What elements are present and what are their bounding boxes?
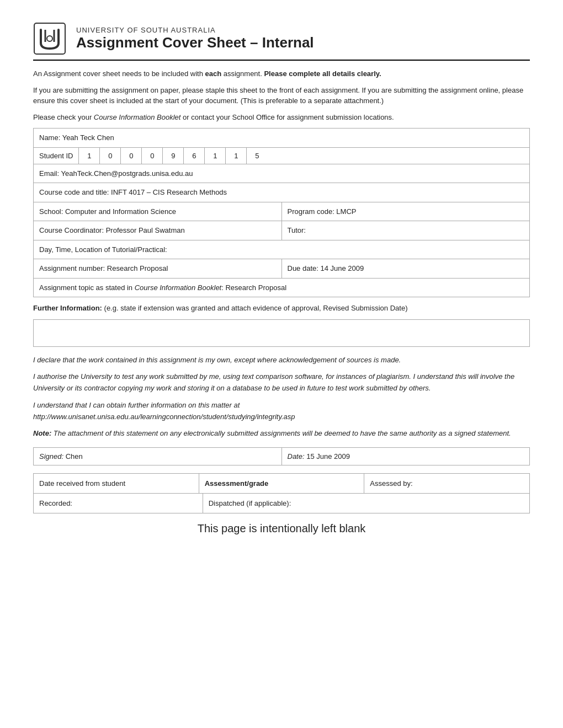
- topic-prefix: Assignment topic as stated in: [39, 283, 135, 292]
- unisa-logo: [33, 22, 66, 55]
- due-cell: Due date: 14 June 2009: [282, 259, 530, 278]
- sid-spacer: [267, 148, 529, 164]
- assessment-table: Date received from student Assessment/gr…: [33, 473, 530, 513]
- tutor-cell: Tutor:: [282, 221, 530, 240]
- school-program-row: School: Computer and Information Science…: [34, 202, 529, 222]
- sid-digit-7: 1: [204, 148, 225, 164]
- sid-digit-4: 0: [141, 148, 162, 164]
- name-row: Name: Yeah Teck Chen: [34, 129, 529, 148]
- topic-italic: Course Information Booklet: [135, 283, 222, 292]
- email-row: Email: YeahTeck.Chen@postgrads.unisa.edu…: [34, 164, 529, 184]
- declaration-line3-text: I understand that I can obtain further i…: [33, 401, 240, 409]
- declaration-line3: I understand that I can obtain further i…: [33, 400, 530, 423]
- date-value: 15 June 2009: [306, 452, 350, 461]
- form-table: Name: Yeah Teck Chen Student ID 1 0 0 0 …: [33, 128, 530, 297]
- date-label: Date:: [288, 452, 305, 461]
- university-name: UNIVERSITY OF SOUTH AUSTRALIA: [76, 26, 314, 34]
- declaration-line2: I authorise the University to test any w…: [33, 371, 530, 394]
- program-cell: Program code: LMCP: [282, 202, 530, 221]
- dispatched-cell: Dispatched (if applicable):: [203, 494, 529, 513]
- further-info-normal: (e.g. state if extension was granted and…: [102, 304, 408, 312]
- date-received-cell: Date received from student: [34, 474, 199, 493]
- svg-point-3: [47, 36, 52, 41]
- signed-value: Chen: [66, 452, 83, 461]
- signed-label: Signed:: [39, 452, 63, 461]
- sid-digit-2: 0: [99, 148, 120, 164]
- assessment-grade-label: Assessment/grade: [205, 479, 269, 488]
- topic-row: Assignment topic as stated in Course Inf…: [34, 279, 529, 297]
- course-row: Course code and title: INFT 4017 – CIS R…: [34, 183, 529, 202]
- page-header: UNIVERSITY OF SOUTH AUSTRALIA Assignment…: [33, 22, 530, 55]
- assignment-cell: Assignment number: Research Proposal: [34, 259, 282, 278]
- day-time-cell: Day, Time, Location of Tutorial/Practica…: [34, 240, 529, 259]
- note-bold-label: Note:: [33, 429, 51, 437]
- day-time-row: Day, Time, Location of Tutorial/Practica…: [34, 240, 529, 260]
- recorded-cell: Recorded:: [34, 494, 203, 513]
- intro-bold: Please complete all details clearly.: [264, 69, 381, 78]
- note-rest: The attachment of this statement on any …: [51, 429, 511, 437]
- email-cell: Email: YeahTeck.Chen@postgrads.unisa.edu…: [34, 164, 529, 183]
- declaration-url: http://www.unisanet.unisa.edu.au/learnin…: [33, 413, 295, 421]
- course-info-booklet-link: Course Information Booklet: [94, 113, 181, 121]
- declaration-line1: I declare that the work contained in thi…: [33, 355, 530, 366]
- intro-para3: Please check your Course Information Boo…: [33, 112, 530, 123]
- course-cell: Course code and title: INFT 4017 – CIS R…: [34, 183, 529, 202]
- coordinator-tutor-row: Course Coordinator: Professor Paul Swatm…: [34, 221, 529, 240]
- signed-cell: Signed: Chen: [34, 448, 282, 465]
- topic-cell: Assignment topic as stated in Course Inf…: [34, 279, 529, 297]
- sid-digit-6: 6: [183, 148, 204, 164]
- further-info-label: Further Information: (e.g. state if exte…: [33, 303, 530, 314]
- sid-digit-9: 5: [246, 148, 267, 164]
- intro-each: each: [205, 69, 221, 78]
- date-cell: Date: 15 June 2009: [282, 448, 530, 465]
- sid-digit-1: 1: [78, 148, 99, 164]
- student-id-row: Student ID 1 0 0 0 9 6 1 1 5: [34, 148, 529, 164]
- assess-row-2: Recorded: Dispatched (if applicable):: [34, 494, 529, 513]
- further-info-box[interactable]: [33, 319, 530, 347]
- further-info-bold: Further Information:: [33, 304, 102, 312]
- header-text: UNIVERSITY OF SOUTH AUSTRALIA Assignment…: [76, 26, 314, 51]
- assignment-due-row: Assignment number: Research Proposal Due…: [34, 259, 529, 279]
- topic-suffix: : Research Proposal: [221, 283, 286, 292]
- sid-digit-5: 9: [162, 148, 183, 164]
- coordinator-cell: Course Coordinator: Professor Paul Swatm…: [34, 221, 282, 240]
- name-cell: Name: Yeah Teck Chen: [34, 129, 529, 147]
- document-title: Assignment Cover Sheet – Internal: [76, 34, 314, 51]
- signed-date-table: Signed: Chen Date: 15 June 2009: [33, 447, 530, 465]
- assessment-grade-cell: Assessment/grade: [199, 474, 364, 493]
- assessed-by-cell: Assessed by:: [364, 474, 529, 493]
- school-cell: School: Computer and Information Science: [34, 202, 282, 221]
- student-id-label: Student ID: [34, 148, 78, 164]
- intro-para1: An Assignment cover sheet needs to be in…: [33, 68, 530, 79]
- declaration-note: Note: The attachment of this statement o…: [33, 428, 530, 440]
- assess-row-1: Date received from student Assessment/gr…: [34, 474, 529, 494]
- header-divider: [33, 60, 530, 61]
- sid-digit-8: 1: [225, 148, 246, 164]
- sid-digit-3: 0: [120, 148, 141, 164]
- intro-para2: If you are submitting the assignment on …: [33, 85, 530, 106]
- intentionally-blank-text: This page is intentionally left blank: [33, 522, 530, 535]
